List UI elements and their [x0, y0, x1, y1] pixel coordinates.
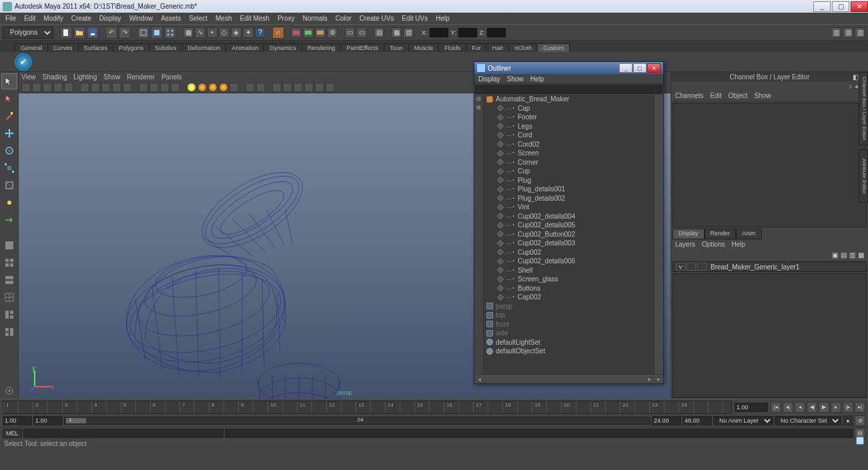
layer-icon-3[interactable]: ▥ — [849, 251, 855, 259]
last-tool[interactable] — [1, 212, 17, 228]
vp-menu-shading[interactable]: Shading — [43, 73, 67, 81]
outliner-item-cord02[interactable]: —∘Cord02 — [484, 140, 654, 149]
hscroll-right-arrow-2[interactable]: ▸ — [654, 375, 663, 383]
layer-menu-options[interactable]: Options — [702, 241, 725, 248]
outliner-item-plug_details001[interactable]: —∘Plug_details001 — [484, 185, 654, 194]
sidebar-toggle-2[interactable]: ▥ — [843, 27, 853, 38]
shelf-tab-deformation[interactable]: Deformation — [181, 43, 226, 52]
shelf-tab-custom[interactable]: Custom — [537, 43, 570, 52]
render-settings-button[interactable] — [315, 27, 326, 38]
layer-menu-layers[interactable]: Layers — [675, 241, 695, 248]
timeline-end-field[interactable] — [735, 403, 768, 412]
layer-tab-display[interactable]: Display — [673, 229, 705, 239]
vp-toolbar-2d-pan[interactable] — [53, 83, 63, 92]
outliner-item-cup002_button002[interactable]: —∘Cup002_Button002 — [484, 230, 654, 239]
manip-tool[interactable] — [1, 177, 17, 193]
outliner-item-plug_details002[interactable]: —∘Plug_details002 — [484, 194, 654, 203]
menu-modify[interactable]: Modify — [39, 15, 67, 22]
window-close-button[interactable]: ✕ — [851, 1, 868, 12]
cmd-language-label[interactable]: MEL — [3, 429, 22, 438]
vp-toolbar-h[interactable] — [326, 83, 335, 92]
vp-toolbar-safe-title[interactable] — [123, 83, 132, 92]
vp-toolbar-a[interactable] — [246, 83, 255, 92]
go-start-button[interactable]: |◂ — [771, 402, 781, 413]
sel-mode-object[interactable] — [151, 27, 163, 39]
anim-layer-select[interactable]: No Anim Layer — [713, 416, 773, 425]
cb-tab-object[interactable]: Object — [729, 92, 748, 99]
shelf-tab-ncloth[interactable]: nCloth — [508, 43, 538, 52]
range-slider[interactable]: 1 24 — [64, 417, 650, 425]
outliner-menu-show[interactable]: Show — [507, 75, 524, 83]
outliner-item-cord[interactable]: —∘Cord — [484, 131, 654, 140]
vp-toolbar-b[interactable] — [256, 83, 266, 92]
vp-toolbar-lights[interactable] — [187, 83, 196, 92]
snap-point-button[interactable]: • — [207, 27, 218, 38]
outliner-item-cup002_details004[interactable]: —∘Cup002_details004 — [484, 212, 654, 221]
menu-display[interactable]: Display — [95, 15, 125, 22]
snap-toggle-button[interactable]: ✦ — [243, 27, 254, 38]
vp-toolbar-bookmarks[interactable] — [32, 83, 41, 92]
hscroll-right-arrow[interactable]: ▸ — [644, 375, 654, 383]
outliner-maximize-button[interactable]: ▢ — [633, 63, 646, 73]
shelf-tab-dynamics[interactable]: Dynamics — [264, 43, 302, 52]
shelf-tab-rendering[interactable]: Rendering — [302, 43, 342, 52]
layout-opt1[interactable] — [1, 289, 17, 305]
shelf-tab-painteffects[interactable]: PaintEffects — [340, 43, 384, 52]
xform-x-input[interactable] — [430, 28, 448, 37]
redo-button[interactable]: ↷ — [119, 27, 131, 39]
cb-tab-show[interactable]: Show — [754, 92, 771, 99]
paint-select-tool[interactable] — [1, 108, 17, 124]
vp-toolbar-isolate[interactable] — [230, 83, 239, 92]
vp-menu-panels[interactable]: Panels — [161, 73, 182, 81]
snap-curve-button[interactable]: ∿ — [195, 27, 205, 38]
new-scene-button[interactable] — [60, 27, 72, 39]
vp-toolbar-e[interactable] — [294, 83, 303, 92]
layer-row[interactable]: V Bread_Maker_Generic_layer1 — [673, 261, 867, 272]
play-back-button[interactable]: ◀ — [807, 402, 817, 413]
menu-edit[interactable]: Edit — [20, 15, 39, 22]
render-globals-button[interactable]: ⚙ — [327, 27, 338, 38]
outliner-item-cup002[interactable]: —∘Cup002 — [484, 248, 654, 257]
cb-tab-edit[interactable]: Edit — [710, 92, 721, 99]
shelf-tab-general[interactable]: General — [15, 43, 48, 52]
outliner-item-cap002[interactable]: —∘Cap002 — [484, 293, 654, 302]
vp-toolbar-grid[interactable] — [80, 83, 89, 92]
vp-toolbar-res-gate[interactable] — [101, 83, 111, 92]
range-start-inner[interactable] — [33, 416, 63, 425]
shelf-tab-fur[interactable]: Fur — [466, 43, 487, 52]
step-forward-button[interactable]: ▸ — [831, 402, 841, 413]
vp-toolbar-hq[interactable] — [208, 83, 218, 92]
snap-grid-button[interactable]: ▦ — [183, 27, 193, 38]
lasso-tool[interactable] — [1, 91, 17, 107]
save-scene-button[interactable] — [87, 27, 99, 39]
outliner-menu-display[interactable]: Display — [478, 75, 500, 83]
menu-color[interactable]: Color — [332, 15, 356, 22]
vp-menu-view[interactable]: View — [21, 73, 36, 81]
menu-proxy[interactable]: Proxy — [274, 15, 299, 22]
outliner-item-vint[interactable]: —∘Vint — [484, 203, 654, 212]
help-button[interactable]: ? — [255, 27, 266, 38]
range-start-outer[interactable] — [3, 416, 32, 425]
vp-toolbar-safe-action[interactable] — [112, 83, 121, 92]
outliner-item-footer[interactable]: —∘Footer — [484, 113, 654, 122]
side-tab-attribute-editor[interactable]: Attribute Editor — [859, 149, 868, 203]
menu-assets[interactable]: Assets — [157, 15, 185, 22]
step-forward-key-button[interactable]: |▸ — [843, 402, 853, 413]
outliner-expand-child[interactable]: ⊞ — [474, 103, 483, 112]
window-minimize-button[interactable]: _ — [813, 1, 831, 12]
side-tab-channel-box[interactable]: Channel Box / Layer Editor — [859, 72, 868, 145]
history-button[interactable]: ⎌ — [272, 27, 284, 39]
vp-menu-lighting[interactable]: Lighting — [73, 73, 97, 81]
layout-four[interactable] — [1, 255, 17, 271]
menu-create[interactable]: Create — [67, 15, 95, 22]
open-scene-button[interactable] — [73, 27, 85, 39]
cb-icon-1[interactable]: ↕ — [849, 83, 852, 90]
menu-normals[interactable]: Normals — [299, 15, 332, 22]
misc-button-2[interactable]: ▨ — [403, 27, 414, 38]
cb-tab-channels[interactable]: Channels — [675, 92, 703, 99]
outliner-close-button[interactable]: ✕ — [647, 63, 661, 73]
window-maximize-button[interactable]: ▢ — [832, 1, 849, 12]
construction-history-button[interactable]: ▤ — [374, 27, 384, 38]
shelf-tab-muscle[interactable]: Muscle — [408, 43, 440, 52]
snap-plane-button[interactable]: ◇ — [219, 27, 230, 38]
